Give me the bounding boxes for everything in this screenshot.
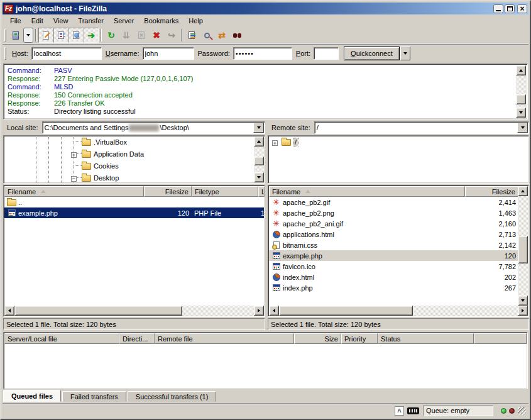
local-site-dropdown-button[interactable] bbox=[253, 123, 264, 133]
scroll-track[interactable] bbox=[518, 196, 528, 296]
remote-list-hscrollbar[interactable] bbox=[269, 306, 528, 316]
scroll-thumb[interactable] bbox=[254, 157, 264, 165]
toggle-local-tree-button[interactable] bbox=[53, 28, 68, 43]
menu-transfer[interactable]: Transfer bbox=[73, 16, 109, 26]
column-header-filename[interactable]: Filename bbox=[269, 186, 465, 197]
site-manager-dropdown-button[interactable] bbox=[23, 28, 33, 43]
titlebar[interactable]: Fz john@localhost - FileZilla × bbox=[3, 3, 528, 14]
remote-site-dropdown-button[interactable] bbox=[517, 123, 528, 133]
tab-failed-transfers[interactable]: Failed transfers bbox=[62, 391, 126, 402]
scroll-track[interactable] bbox=[279, 306, 518, 316]
queue-column-size[interactable]: Size bbox=[294, 333, 341, 344]
file-row[interactable]: index.html202 bbox=[269, 272, 518, 282]
scroll-thumb[interactable] bbox=[279, 306, 413, 316]
process-queue-button[interactable]: ⇊ bbox=[119, 28, 134, 43]
toggle-remote-tree-button[interactable] bbox=[68, 28, 84, 43]
remote-list-vscrollbar[interactable] bbox=[518, 186, 528, 306]
menu-bookmarks[interactable]: Bookmarks bbox=[139, 16, 183, 26]
toggle-transfer-queue-button[interactable]: ➔ bbox=[84, 28, 99, 43]
file-row[interactable]: example.php120 bbox=[269, 250, 518, 261]
quickconnect-grip[interactable] bbox=[4, 47, 6, 60]
toggle-message-log-button[interactable] bbox=[38, 28, 53, 43]
disconnect-button[interactable]: ✖ bbox=[149, 28, 164, 43]
speed-limit-icon[interactable] bbox=[407, 407, 419, 414]
scroll-thumb[interactable] bbox=[518, 236, 528, 263]
file-row[interactable]: .. bbox=[4, 197, 264, 207]
message-log-vscrollbar[interactable] bbox=[516, 65, 526, 118]
scroll-thumb[interactable] bbox=[516, 94, 526, 104]
collapse-icon[interactable]: − bbox=[71, 176, 77, 182]
column-header-l[interactable]: L bbox=[258, 186, 265, 197]
tree-item-root[interactable]: +/ bbox=[268, 136, 528, 148]
resize-grip[interactable] bbox=[518, 407, 526, 415]
port-input[interactable] bbox=[314, 47, 339, 60]
scroll-down-button[interactable] bbox=[254, 172, 264, 182]
queue-column-priority[interactable]: Priority bbox=[341, 333, 378, 344]
compare-button[interactable] bbox=[199, 28, 214, 43]
host-input[interactable] bbox=[31, 47, 102, 60]
tab-successful-transfers-1-[interactable]: Successful transfers (1) bbox=[128, 391, 217, 402]
local-tree-vscrollbar[interactable] bbox=[254, 136, 264, 182]
expand-icon[interactable]: + bbox=[71, 152, 77, 158]
tree-item-cookies[interactable]: Cookies bbox=[4, 160, 265, 172]
file-row[interactable]: applications.html2,713 bbox=[269, 229, 518, 240]
reconnect-button[interactable]: ↪ bbox=[164, 28, 179, 43]
scroll-up-button[interactable] bbox=[254, 136, 264, 146]
scroll-right-button[interactable] bbox=[254, 306, 264, 316]
cancel-button[interactable]: × bbox=[134, 28, 149, 43]
username-input[interactable] bbox=[143, 47, 194, 60]
menu-help[interactable]: Help bbox=[183, 16, 208, 26]
menu-edit[interactable]: Edit bbox=[26, 16, 48, 26]
scroll-up-button[interactable] bbox=[518, 186, 528, 196]
scroll-track[interactable] bbox=[254, 146, 264, 172]
tab-queued-files[interactable]: Queued files bbox=[3, 390, 61, 402]
scroll-track[interactable] bbox=[14, 306, 254, 316]
scroll-down-button[interactable] bbox=[518, 296, 528, 306]
scroll-thumb[interactable] bbox=[14, 306, 182, 316]
close-button[interactable]: × bbox=[517, 4, 527, 13]
column-header-filename[interactable]: Filename bbox=[4, 186, 144, 197]
scroll-track[interactable] bbox=[516, 75, 526, 108]
file-row[interactable]: bitnami.css2,142 bbox=[269, 240, 518, 250]
local-list-hscrollbar[interactable] bbox=[4, 306, 264, 316]
queue-column-remote-file[interactable]: Remote file bbox=[155, 333, 294, 344]
filter-button[interactable] bbox=[184, 28, 199, 43]
local-site-combobox[interactable]: C:\Documents and Settings \Desktop\ bbox=[42, 121, 265, 134]
scroll-up-button[interactable] bbox=[516, 65, 526, 75]
file-row[interactable]: ✳apache_pb2_ani.gif2,160 bbox=[269, 218, 518, 229]
file-row[interactable]: ✳apache_pb2.gif2,414 bbox=[269, 197, 518, 207]
toolbar-grip[interactable] bbox=[4, 29, 6, 41]
remote-site-combobox[interactable]: / bbox=[314, 121, 529, 134]
column-header-filesize[interactable]: Filesize bbox=[144, 186, 192, 197]
queue-column-directi-[interactable]: Directi... bbox=[119, 333, 155, 344]
quickconnect-dropdown-button[interactable] bbox=[400, 47, 410, 60]
expand-icon[interactable]: + bbox=[272, 140, 278, 146]
find-button[interactable] bbox=[229, 28, 244, 43]
file-row[interactable]: example.php120PHP File1 bbox=[4, 207, 264, 218]
tree-item-application-data[interactable]: +Application Data bbox=[4, 148, 265, 160]
scroll-down-button[interactable] bbox=[516, 108, 526, 118]
scroll-left-button[interactable] bbox=[269, 306, 279, 316]
file-row[interactable]: index.php267 bbox=[269, 282, 518, 293]
password-input[interactable] bbox=[233, 47, 292, 60]
quickconnect-button[interactable]: Quickconnect bbox=[344, 47, 400, 60]
queue-column-server-local-file[interactable]: Server/Local file bbox=[4, 333, 119, 344]
tree-item-desktop[interactable]: −Desktop bbox=[4, 172, 265, 184]
scroll-right-button[interactable] bbox=[518, 306, 528, 316]
sync-browsing-button[interactable]: ⇄ bbox=[214, 28, 229, 43]
site-manager-button[interactable] bbox=[8, 28, 23, 43]
tree-item--virtualbox[interactable]: .VirtualBox bbox=[4, 136, 265, 148]
menu-server[interactable]: Server bbox=[109, 16, 139, 26]
column-header-filetype[interactable]: Filetype bbox=[192, 186, 258, 197]
file-row[interactable]: ✳apache_pb2.png1,463 bbox=[269, 207, 518, 218]
menu-file[interactable]: File bbox=[5, 16, 26, 26]
refresh-button[interactable]: ↻ bbox=[104, 28, 119, 43]
menu-view[interactable]: View bbox=[48, 16, 74, 26]
minimize-button[interactable] bbox=[493, 4, 503, 13]
queue-column-status[interactable]: Status bbox=[378, 333, 474, 344]
scroll-left-button[interactable] bbox=[4, 306, 14, 316]
queue-status: Queue: empty bbox=[423, 406, 493, 416]
maximize-button[interactable] bbox=[505, 4, 515, 13]
column-header-filesize[interactable]: Filesize bbox=[465, 186, 518, 197]
file-row[interactable]: favicon.ico7,782 bbox=[269, 261, 518, 272]
